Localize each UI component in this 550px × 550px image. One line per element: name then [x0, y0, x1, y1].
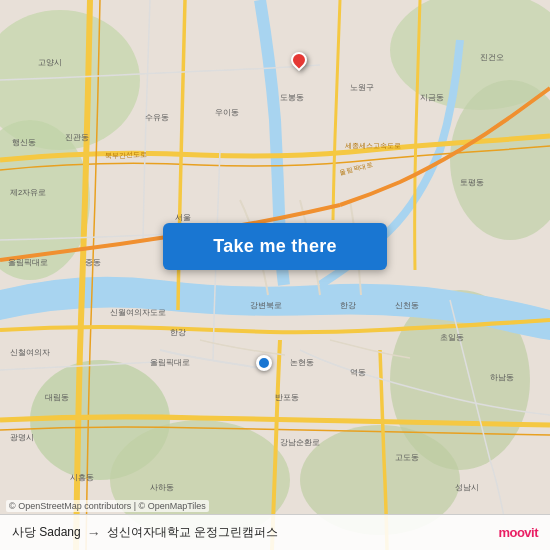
svg-text:올림픽대로: 올림픽대로: [150, 358, 190, 367]
take-me-there-button[interactable]: Take me there: [163, 223, 387, 270]
svg-text:시흥동: 시흥동: [70, 473, 94, 482]
svg-text:우이동: 우이동: [215, 108, 239, 117]
svg-text:수유동: 수유동: [145, 113, 169, 122]
origin-label: 사당 Sadang: [12, 524, 81, 541]
svg-text:대림동: 대림동: [45, 393, 69, 402]
svg-text:올림픽대로: 올림픽대로: [8, 258, 48, 267]
svg-text:성남시: 성남시: [455, 483, 479, 492]
map-svg: 고양시 행신동 제2자유로 올림픽대로 중동 진관동 수유동 우이동 도봉동 노…: [0, 0, 550, 550]
svg-text:신월여의자도로: 신월여의자도로: [110, 308, 166, 317]
svg-text:강변북로: 강변북로: [250, 301, 282, 310]
svg-text:강남순환로: 강남순환로: [280, 438, 320, 447]
svg-text:제2자유로: 제2자유로: [10, 188, 46, 197]
svg-text:도봉동: 도봉동: [280, 93, 304, 102]
svg-text:행신동: 행신동: [12, 138, 36, 147]
svg-text:한강: 한강: [170, 328, 186, 337]
svg-text:토평동: 토평동: [460, 178, 484, 187]
svg-text:사하동: 사하동: [150, 483, 174, 492]
svg-text:초일동: 초일동: [440, 333, 464, 342]
svg-text:지금동: 지금동: [420, 93, 444, 102]
copyright-text: © OpenStreetMap contributors | © OpenMap…: [6, 500, 209, 512]
route-arrow: →: [87, 525, 101, 541]
svg-text:진관동: 진관동: [65, 133, 89, 142]
svg-text:논현동: 논현동: [290, 358, 314, 367]
svg-text:역동: 역동: [350, 368, 366, 377]
svg-text:고도동: 고도동: [395, 453, 419, 462]
svg-text:고양시: 고양시: [38, 58, 62, 67]
route-info: 사당 Sadang → 성신여자대학교 운정그린캠퍼스: [12, 524, 278, 541]
svg-text:진건오: 진건오: [480, 53, 504, 62]
svg-text:반포동: 반포동: [275, 393, 299, 402]
destination-label: 성신여자대학교 운정그린캠퍼스: [107, 524, 278, 541]
svg-text:신철여의자: 신철여의자: [10, 348, 50, 357]
svg-text:신천동: 신천동: [395, 301, 419, 310]
bottom-bar: 사당 Sadang → 성신여자대학교 운정그린캠퍼스 moovit: [0, 514, 550, 550]
moovit-logo: moovit: [498, 525, 538, 540]
svg-text:광명시: 광명시: [10, 433, 34, 442]
map-container: 고양시 행신동 제2자유로 올림픽대로 중동 진관동 수유동 우이동 도봉동 노…: [0, 0, 550, 550]
origin-pin: [256, 355, 272, 371]
svg-text:노원구: 노원구: [350, 83, 374, 92]
svg-text:서울: 서울: [175, 213, 191, 222]
svg-text:세종세스고속도로: 세종세스고속도로: [345, 142, 401, 150]
svg-text:중동: 중동: [85, 258, 101, 267]
svg-text:한강: 한강: [340, 301, 356, 310]
svg-text:하남동: 하남동: [490, 373, 514, 382]
